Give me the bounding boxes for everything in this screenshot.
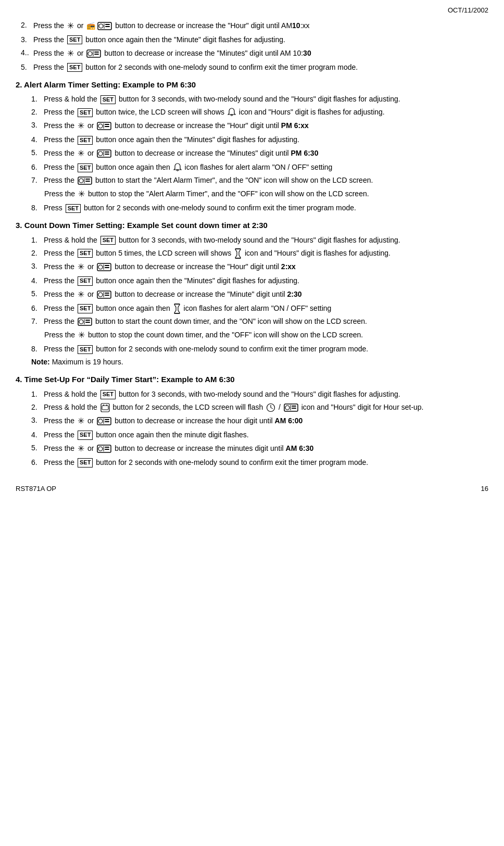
- svg-point-23: [79, 179, 83, 183]
- set-icon: SET: [100, 390, 116, 399]
- step-content: Press the button to start the "Alert Ala…: [44, 175, 488, 186]
- step-content: Press the SET button for 2 seconds with …: [33, 62, 488, 73]
- step-number: 4.: [31, 134, 44, 145]
- list-item: 4. Press the SET button once again then …: [31, 430, 488, 440]
- set-icon: SET: [100, 236, 116, 245]
- step-content: Press & hold the SET button for 3 second…: [44, 235, 488, 246]
- list-item: 6. Press the SET button once again then …: [31, 303, 488, 314]
- step-number: 2.: [31, 402, 44, 413]
- time-value: 2:xx: [281, 262, 296, 271]
- svg-point-42: [79, 320, 83, 324]
- svg-point-64: [98, 447, 103, 451]
- set-icon: SET: [66, 204, 81, 213]
- list-item: 8. Press SET button for 2 seconds with o…: [31, 203, 488, 213]
- page-container: OCT/11/2002 2. Press the ✳ or 📻 button t…: [16, 5, 488, 494]
- list-item: 6. Press the SET button once again then …: [31, 162, 488, 173]
- step-content: Press the ✳ or 📻 button to decrease or i…: [33, 20, 488, 32]
- step-content: Press the SET button once again then the…: [44, 275, 488, 286]
- svg-rect-67: [105, 449, 109, 450]
- svg-point-17: [98, 151, 103, 156]
- svg-rect-47: [102, 406, 108, 410]
- radio-svg-icon: [97, 444, 111, 453]
- star-icon: ✳: [78, 443, 84, 455]
- svg-point-6: [88, 52, 92, 56]
- step-content: Press the ✳ or button to decrease or inc…: [44, 261, 488, 273]
- step-content: Press the ✳ or button to decrease or inc…: [44, 415, 488, 427]
- list-item: 5. Press the ✳ or button to decrease or …: [31, 147, 488, 160]
- list-item: 5. Press the SET button for 2 seconds wi…: [21, 62, 488, 73]
- svg-rect-26: [85, 181, 90, 182]
- svg-rect-5: [87, 50, 100, 57]
- step-number: 2.: [21, 20, 33, 31]
- set-icon: SET: [78, 458, 93, 467]
- svg-rect-34: [97, 291, 111, 298]
- set-icon: SET: [67, 35, 82, 44]
- set-icon: SET: [78, 108, 93, 117]
- step-number: 6.: [31, 303, 44, 314]
- step-number: 1.: [31, 389, 44, 400]
- bell-icon: [228, 108, 236, 117]
- step-number: 3.: [31, 415, 44, 426]
- time-value: AM 6:30: [286, 444, 314, 452]
- svg-point-1: [99, 24, 103, 28]
- svg-rect-8: [94, 52, 99, 53]
- svg-rect-0: [98, 22, 111, 30]
- time-value: 30: [303, 48, 311, 57]
- svg-rect-20: [105, 154, 109, 155]
- hourglass-icon: [173, 304, 181, 314]
- star-icon: ✳: [78, 261, 84, 273]
- svg-rect-44: [85, 320, 90, 321]
- step-content: Press the SET button once again then ico…: [44, 303, 488, 314]
- list-item: 4. Press the SET button once again then …: [31, 275, 488, 286]
- radio-svg-icon: [97, 121, 111, 131]
- step-number: 5.: [31, 147, 44, 158]
- step-content: Press the ✳ or button to decrease or inc…: [33, 47, 488, 60]
- svg-rect-4: [105, 26, 110, 27]
- list-item: 2. Press & hold the button for 2 seconds…: [31, 402, 488, 413]
- list-item: 3. Press the SET button once again then …: [21, 34, 488, 45]
- step-number: 5.: [31, 288, 44, 299]
- header-date: OCT/11/2002: [448, 6, 488, 14]
- list-item: Press the ✳ button to stop the "Alert Al…: [44, 188, 488, 200]
- svg-rect-15: [105, 126, 109, 127]
- step-content: Press the SET button 5 times, the LCD sc…: [44, 248, 488, 259]
- star-icon: ✳: [78, 147, 84, 160]
- svg-point-30: [98, 265, 103, 269]
- step-content: Press the button to start the count down…: [44, 316, 488, 327]
- svg-rect-33: [105, 267, 109, 268]
- svg-point-59: [98, 419, 103, 423]
- svg-rect-37: [105, 293, 109, 294]
- step-content: Press the ✳ button to stop the "Alert Al…: [44, 188, 488, 200]
- page-footer: RST871A OP 16: [16, 484, 488, 494]
- step-content: Press the ✳ or button to decrease or inc…: [44, 443, 488, 455]
- set-icon: SET: [78, 249, 93, 258]
- set-icon: SET: [100, 95, 116, 104]
- svg-rect-66: [105, 447, 109, 448]
- svg-rect-62: [105, 421, 109, 422]
- section-title: 2. Alert Alarm Timer Setting: Example to…: [16, 79, 488, 91]
- list-item: 2. Press the ✳ or 📻 button to decrease o…: [21, 20, 488, 32]
- footer-right: 16: [481, 484, 488, 494]
- step-content: Press the ✳ or button to decrease or inc…: [44, 120, 488, 132]
- star-icon: ✳: [78, 288, 84, 301]
- list-item: 3. Press the ✳ or button to decrease or …: [31, 415, 488, 427]
- svg-rect-45: [85, 322, 90, 323]
- svg-rect-56: [292, 406, 296, 407]
- radio-svg-icon2: [284, 403, 298, 412]
- step-number: 1.: [31, 94, 44, 105]
- step-content: Press & hold the button for 2 seconds, t…: [44, 402, 488, 413]
- svg-rect-63: [97, 445, 111, 452]
- step-content: Press the SET button for 2 seconds with …: [44, 457, 488, 468]
- set-icon: SET: [67, 63, 82, 72]
- note-label: Note:: [31, 358, 50, 366]
- step-content: Press the SET button once again then ico…: [44, 162, 488, 173]
- svg-rect-11: [97, 122, 111, 130]
- set-icon: SET: [78, 345, 93, 354]
- step-content: Press SET button for 2 seconds with one-…: [44, 203, 488, 213]
- list-item: Press the ✳ button to stop the count dow…: [44, 329, 488, 342]
- section-3-steps: 1. Press & hold the SET button for 3 sec…: [26, 235, 488, 368]
- svg-rect-25: [85, 179, 90, 180]
- set-icon: SET: [78, 431, 93, 439]
- list-item: 4. Press the SET button once again then …: [31, 134, 488, 145]
- section-4-steps: 1. Press & hold the SET button for 3 sec…: [26, 389, 488, 468]
